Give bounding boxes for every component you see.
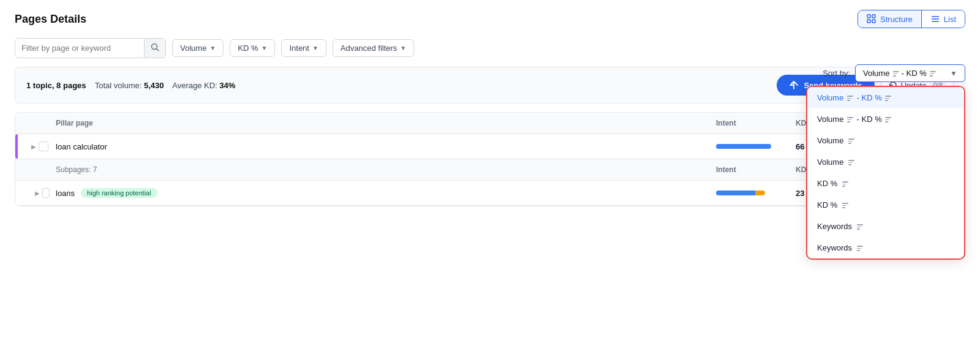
svg-rect-1 <box>867 20 870 23</box>
subpage-label: Subpages: 7 <box>56 165 710 174</box>
rank-badge: high ranking potential <box>81 188 157 198</box>
svg-rect-2 <box>872 15 875 18</box>
intent-bar <box>716 144 771 149</box>
sort-option-6[interactable]: Keywords <box>807 216 964 237</box>
header: Pages Details Structure List <box>15 10 965 28</box>
sub-page-name-cell: loans high ranking potential <box>56 188 710 198</box>
search-icon <box>151 43 159 51</box>
kd-label: Average KD: <box>172 81 217 90</box>
intent-filter-label: Intent <box>289 43 309 53</box>
sort-option-4-label: KD % <box>817 179 848 188</box>
svg-rect-3 <box>872 20 875 23</box>
chevron-right-icon: ▶ <box>31 143 36 150</box>
kd-value: 34% <box>219 81 235 90</box>
send-icon <box>789 80 799 90</box>
filter-bar: Volume ▼ KD % ▼ Intent ▼ Advanced filter… <box>15 38 965 58</box>
sort-option-3-label: Volume <box>817 157 854 167</box>
expand-button[interactable]: ▶ <box>25 142 50 151</box>
sub-intent-bar <box>716 191 765 195</box>
advanced-filter-label: Advanced filters <box>341 43 398 53</box>
sub-page-name: loans <box>56 189 75 198</box>
sort-option-3-icon <box>848 160 854 165</box>
sort-option-7[interactable]: Keywords <box>807 237 964 259</box>
sub-checkbox[interactable] <box>42 188 50 198</box>
sub-expand[interactable]: ▶ <box>25 188 50 198</box>
intent-bar-wrap <box>716 144 777 149</box>
structure-icon <box>867 14 876 24</box>
sub-chevron-icon: ▶ <box>35 190 40 197</box>
volume-label: Total volume: <box>95 81 142 90</box>
volume-value: 5,430 <box>144 81 164 90</box>
sort-option-6-icon <box>857 224 863 230</box>
col-expand <box>25 119 50 127</box>
page-container: Pages Details Structure List <box>0 0 980 351</box>
list-label: List <box>944 15 956 24</box>
search-wrap <box>15 38 166 58</box>
sort-desc-icon <box>893 71 899 77</box>
svg-line-8 <box>157 49 159 51</box>
sort-option-1[interactable]: Volume - KD % <box>807 108 964 130</box>
sort-option-0[interactable]: Volume - KD % <box>807 87 964 108</box>
sort-option-5-icon <box>842 203 848 208</box>
kd-filter-label: KD % <box>238 43 258 53</box>
sort-option-5[interactable]: KD % <box>807 194 964 216</box>
intent-cell <box>716 144 790 149</box>
advanced-chevron-icon: ▼ <box>400 45 406 51</box>
structure-view-button[interactable]: Structure <box>858 10 922 28</box>
sort-option-0-asc-icon <box>885 96 891 101</box>
intent-filter-chip[interactable]: Intent ▼ <box>281 39 326 57</box>
sort-asc-icon <box>930 71 936 77</box>
sub-intent-bar-wrap <box>716 191 777 195</box>
volume-filter-chip[interactable]: Volume ▼ <box>172 39 224 57</box>
sort-option-3[interactable]: Volume <box>807 151 964 173</box>
sort-option-2-label: Volume <box>817 136 854 145</box>
sort-option-1-icon <box>847 117 853 123</box>
row-checkbox[interactable] <box>39 142 48 151</box>
view-toggle: Structure List <box>858 10 965 28</box>
sort-selected-value: Volume - KD % <box>863 69 936 78</box>
col-intent: Intent <box>716 119 790 127</box>
kd-value: 66 <box>796 142 804 151</box>
volume-chevron-icon: ▼ <box>209 45 216 51</box>
sort-select-button[interactable]: Volume - KD % ▼ <box>855 64 965 82</box>
sort-option-2[interactable]: Volume <box>807 130 964 151</box>
sort-dropdown: Volume - KD % Volume - KD % <box>806 86 965 260</box>
list-view-button[interactable]: List <box>922 10 965 28</box>
svg-rect-0 <box>867 15 870 18</box>
sort-option-1-icon2 <box>885 117 891 123</box>
intent-chevron-icon: ▼ <box>312 45 318 51</box>
kd-chevron-icon: ▼ <box>262 45 268 51</box>
col-pillar: Pillar page <box>56 119 710 127</box>
kd-filter-chip[interactable]: KD % ▼ <box>230 39 275 57</box>
sort-option-0-desc-icon <box>847 96 853 101</box>
sort-option-2-icon <box>848 138 854 144</box>
page-name: loan calculator <box>56 142 107 151</box>
list-icon <box>930 14 940 24</box>
search-input[interactable] <box>15 39 144 57</box>
sort-chevron-icon: ▼ <box>950 69 957 78</box>
sort-area: Sort by: Volume - KD % ▼ <box>823 64 965 82</box>
sort-option-4[interactable]: KD % <box>807 173 964 194</box>
sort-option-0-label: Volume - KD % <box>817 93 891 102</box>
sub-col-intent: Intent <box>716 165 790 174</box>
page-title: Pages Details <box>15 13 86 26</box>
sub-intent-cell <box>716 191 790 195</box>
sort-option-7-label: Keywords <box>817 243 863 252</box>
advanced-filter-chip[interactable]: Advanced filters ▼ <box>333 39 414 57</box>
sort-option-4-icon <box>842 181 848 187</box>
sort-label: Sort by: <box>823 69 850 78</box>
sort-option-5-label: KD % <box>817 200 848 209</box>
structure-label: Structure <box>880 15 913 24</box>
search-button[interactable] <box>144 39 165 58</box>
sub-kd-value: 23 <box>796 189 804 198</box>
sort-option-6-label: Keywords <box>817 222 863 231</box>
volume-filter-label: Volume <box>180 43 206 53</box>
sort-option-7-icon <box>857 246 863 251</box>
page-name-cell: loan calculator <box>56 142 710 151</box>
stats-text: 1 topic, 8 pages Total volume: 5,430 Ave… <box>26 81 235 90</box>
sort-option-1-label: Volume - KD % <box>817 115 891 124</box>
stats-summary: 1 topic, 8 pages <box>26 81 86 90</box>
row-accent <box>15 134 18 159</box>
